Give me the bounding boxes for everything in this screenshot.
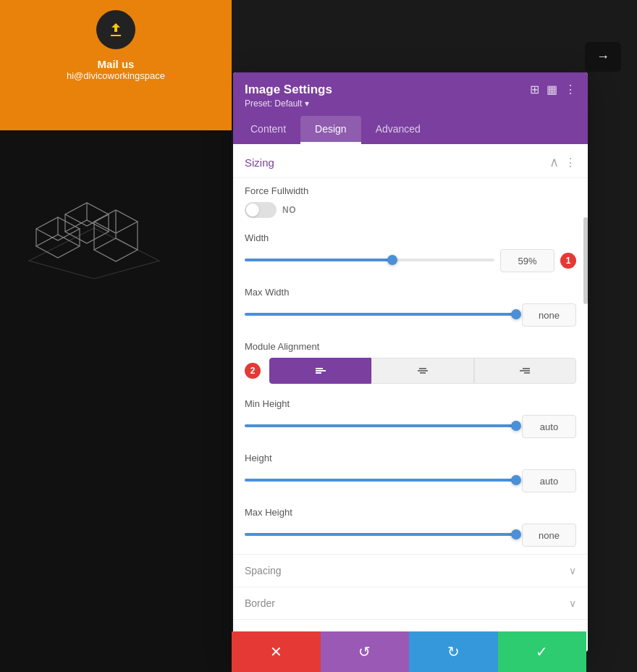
min-height-label: Min Height bbox=[245, 398, 576, 409]
max-width-slider-fill bbox=[245, 313, 516, 316]
min-height-slider-thumb[interactable] bbox=[511, 421, 521, 431]
module-alignment-label: Module Alignment bbox=[245, 341, 576, 352]
toggle-knob bbox=[246, 203, 259, 217]
tab-design[interactable]: Design bbox=[300, 116, 361, 144]
min-height-slider-fill bbox=[245, 424, 516, 427]
max-height-slider-thumb[interactable] bbox=[511, 529, 521, 539]
svg-rect-17 bbox=[316, 370, 326, 371]
height-row: Height auto bbox=[233, 445, 588, 500]
align-left-icon bbox=[315, 365, 326, 377]
tab-advanced[interactable]: Advanced bbox=[361, 116, 435, 144]
min-height-input[interactable]: auto bbox=[522, 415, 576, 438]
width-row: Width 59% 1 bbox=[233, 225, 588, 280]
max-width-slider-container bbox=[245, 313, 516, 317]
spacing-chevron: ∨ bbox=[569, 565, 576, 576]
height-slider-thumb[interactable] bbox=[511, 475, 521, 485]
sizing-section-actions: ∧ ⋮ bbox=[549, 154, 576, 170]
action-bar: ✕ ↺ ↻ ✓ bbox=[232, 631, 586, 672]
svg-rect-16 bbox=[316, 368, 323, 369]
width-label: Width bbox=[245, 232, 576, 243]
max-height-input[interactable]: none bbox=[522, 524, 576, 547]
redo-button[interactable]: ↻ bbox=[409, 631, 498, 672]
modal-tabs: Content Design Advanced bbox=[233, 116, 588, 144]
modal-body: Sizing ∧ ⋮ Force Fullwidth NO Width bbox=[233, 144, 588, 652]
mail-section: Mail us hi@divicoworkingspace bbox=[0, 58, 232, 81]
tab-content[interactable]: Content bbox=[236, 116, 300, 144]
mail-address: hi@divicoworkingspace bbox=[0, 70, 232, 81]
min-height-row: Min Height auto bbox=[233, 391, 588, 445]
alignment-controls: 2 bbox=[245, 358, 576, 384]
fullwidth-toggle[interactable] bbox=[245, 202, 277, 218]
columns-icon[interactable]: ▦ bbox=[547, 83, 557, 96]
collapse-icon[interactable]: ∧ bbox=[549, 154, 559, 170]
align-left-button[interactable] bbox=[269, 358, 371, 384]
undo-button[interactable]: ↺ bbox=[321, 631, 410, 672]
spacing-label: Spacing bbox=[245, 565, 282, 576]
sizing-title: Sizing bbox=[245, 156, 274, 169]
toggle-wrap: NO bbox=[245, 202, 576, 218]
upload-icon bbox=[107, 21, 125, 38]
height-input[interactable]: auto bbox=[522, 469, 576, 492]
iso-graphic bbox=[14, 174, 174, 290]
border-chevron: ∨ bbox=[569, 597, 576, 609]
max-width-slider-track bbox=[245, 313, 516, 316]
alignment-buttons bbox=[269, 358, 576, 384]
svg-rect-22 bbox=[523, 368, 530, 369]
max-height-slider-track bbox=[245, 533, 516, 536]
max-width-slider-thumb[interactable] bbox=[511, 309, 521, 319]
modal-header: Image Settings Preset: Default ▾ ⊞ ▦ ⋮ bbox=[233, 72, 588, 116]
svg-rect-18 bbox=[316, 372, 321, 374]
image-settings-modal: Image Settings Preset: Default ▾ ⊞ ▦ ⋮ C… bbox=[233, 72, 588, 652]
svg-marker-10 bbox=[94, 238, 138, 261]
align-center-icon bbox=[417, 365, 429, 377]
max-height-slider-row: none bbox=[245, 524, 576, 547]
max-height-slider-fill bbox=[245, 533, 516, 536]
alignment-badge: 2 bbox=[245, 363, 261, 379]
confirm-button[interactable]: ✓ bbox=[498, 631, 587, 672]
force-fullwidth-row: Force Fullwidth NO bbox=[233, 178, 588, 225]
align-right-button[interactable] bbox=[474, 358, 576, 384]
cancel-button[interactable]: ✕ bbox=[232, 631, 321, 672]
align-center-button[interactable] bbox=[371, 358, 473, 384]
width-slider-container bbox=[245, 259, 494, 263]
fullscreen-icon[interactable]: ⊞ bbox=[530, 83, 539, 96]
modal-header-icons: ⊞ ▦ ⋮ bbox=[530, 83, 576, 96]
width-input[interactable]: 59% bbox=[500, 249, 554, 272]
sizing-section-header: Sizing ∧ ⋮ bbox=[233, 144, 588, 178]
modal-title: Image Settings bbox=[245, 83, 332, 97]
max-width-row: Max Width none bbox=[233, 280, 588, 334]
section-more-icon[interactable]: ⋮ bbox=[565, 156, 576, 169]
max-height-slider-container bbox=[245, 533, 516, 537]
svg-rect-19 bbox=[419, 368, 426, 369]
border-label: Border bbox=[245, 597, 275, 609]
mail-label: Mail us bbox=[0, 58, 232, 70]
arrow-button[interactable]: → bbox=[585, 42, 621, 72]
force-fullwidth-label: Force Fullwidth bbox=[245, 185, 576, 196]
min-height-slider-track bbox=[245, 424, 516, 427]
svg-rect-23 bbox=[520, 370, 530, 371]
min-height-slider-row: auto bbox=[245, 415, 576, 438]
max-width-label: Max Width bbox=[245, 287, 576, 298]
orange-header-band: Mail us hi@divicoworkingspace bbox=[0, 0, 232, 130]
module-alignment-row: Module Alignment 2 bbox=[233, 334, 588, 391]
spacing-section[interactable]: Spacing ∨ bbox=[233, 554, 588, 587]
max-width-slider-row: none bbox=[245, 303, 576, 327]
toggle-label: NO bbox=[282, 205, 296, 215]
max-height-label: Max Height bbox=[245, 507, 576, 518]
max-width-input[interactable]: none bbox=[522, 303, 576, 327]
width-badge: 1 bbox=[560, 253, 576, 269]
border-section[interactable]: Border ∨ bbox=[233, 587, 588, 619]
height-slider-fill bbox=[245, 479, 516, 482]
height-slider-row: auto bbox=[245, 469, 576, 492]
width-slider-track bbox=[245, 259, 494, 261]
min-height-slider-container bbox=[245, 424, 516, 429]
upload-icon-circle bbox=[96, 10, 135, 49]
modal-preset[interactable]: Preset: Default ▾ bbox=[245, 98, 332, 109]
svg-rect-21 bbox=[420, 372, 426, 374]
height-slider-track bbox=[245, 479, 516, 482]
scroll-indicator bbox=[583, 217, 588, 304]
width-slider-thumb[interactable] bbox=[387, 255, 397, 265]
more-options-icon[interactable]: ⋮ bbox=[565, 83, 576, 96]
align-right-icon bbox=[519, 365, 531, 377]
width-slider-row: 59% 1 bbox=[245, 249, 576, 272]
